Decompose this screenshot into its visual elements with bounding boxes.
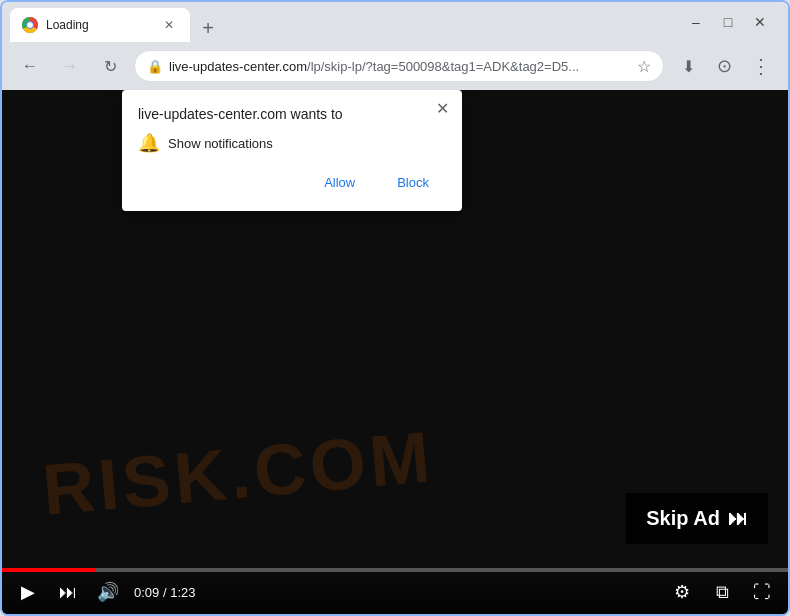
url-text: live-updates-center.com/lp/skip-lp/?tag=… [169,59,631,74]
controls-row: ▶ ⏭ 🔊 0:09 / 1:23 ⚙ ⧉ ⛶ [2,578,788,614]
dialog-buttons: Allow Block [138,168,446,197]
block-button[interactable]: Block [380,168,446,197]
dialog-close-button[interactable]: ✕ [432,98,452,118]
settings-button[interactable]: ⚙ [668,578,696,606]
miniplayer-button[interactable]: ⧉ [708,578,736,606]
nav-right-buttons: ⬇ ⊙ ⋮ [672,50,776,82]
browser-window: Loading ✕ + – □ ✕ ← → ↻ 🔒 live-updates-c… [0,0,790,616]
tab-favicon [22,17,38,33]
title-bar: Loading ✕ + – □ ✕ [2,2,788,42]
active-tab[interactable]: Loading ✕ [10,8,190,42]
new-tab-button[interactable]: + [194,14,222,42]
watermark-text: risk.com [39,415,437,531]
video-controls: ▶ ⏭ 🔊 0:09 / 1:23 ⚙ ⧉ ⛶ [2,562,788,614]
refresh-button[interactable]: ↻ [94,50,126,82]
next-button[interactable]: ⏭ [54,578,82,606]
skip-ad-button[interactable]: Skip Ad ⏭ [626,493,768,544]
address-bar[interactable]: 🔒 live-updates-center.com/lp/skip-lp/?ta… [134,50,664,82]
back-button[interactable]: ← [14,50,46,82]
dialog-site-text: live-updates-center.com wants to [138,106,446,122]
controls-right: ⚙ ⧉ ⛶ [668,578,776,606]
url-domain: live-updates-center.com [169,59,307,74]
progress-bar[interactable] [2,568,788,572]
time-separator: / [159,585,170,600]
allow-button[interactable]: Allow [307,168,372,197]
tab-title: Loading [46,18,152,32]
tab-area: Loading ✕ + [10,2,684,42]
progress-bar-fill [2,568,96,572]
page-content: risk.com Skip Ad ⏭ ▶ ⏭ 🔊 0:09 / 1:23 [2,90,788,614]
chrome-favicon-icon [22,17,38,33]
fullscreen-button[interactable]: ⛶ [748,578,776,606]
window-controls: – □ ✕ [684,10,780,34]
skip-ad-label: Skip Ad [646,507,720,530]
permission-dialog: ✕ live-updates-center.com wants to 🔔 Sho… [122,90,462,211]
bell-icon: 🔔 [138,132,160,154]
maximize-button[interactable]: □ [716,10,740,34]
skip-ad-icon: ⏭ [728,507,748,530]
time-current: 0:09 [134,585,159,600]
menu-button[interactable]: ⋮ [744,50,776,82]
downloads-button[interactable]: ⬇ [672,50,704,82]
profile-button[interactable]: ⊙ [708,50,740,82]
volume-button[interactable]: 🔊 [94,578,122,606]
play-button[interactable]: ▶ [14,578,42,606]
tab-close-button[interactable]: ✕ [160,16,178,34]
url-path: /lp/skip-lp/?tag=500098&tag1=ADK&tag2=D5… [307,59,579,74]
lock-icon: 🔒 [147,59,163,74]
permission-row: 🔔 Show notifications [138,132,446,154]
navigation-bar: ← → ↻ 🔒 live-updates-center.com/lp/skip-… [2,42,788,90]
minimize-button[interactable]: – [684,10,708,34]
time-display: 0:09 / 1:23 [134,585,195,600]
permission-label: Show notifications [168,136,273,151]
close-button[interactable]: ✕ [748,10,772,34]
time-total: 1:23 [170,585,195,600]
bookmark-icon[interactable]: ☆ [637,57,651,76]
forward-button[interactable]: → [54,50,86,82]
